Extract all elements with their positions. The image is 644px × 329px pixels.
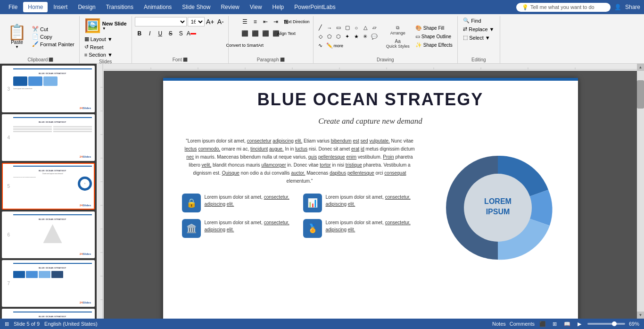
bullet-list-button[interactable]: ☰ bbox=[240, 17, 249, 26]
shape-effects-button[interactable]: ✨ Shape Effects bbox=[413, 42, 454, 49]
shape-hex[interactable]: ⬡ bbox=[334, 33, 343, 41]
menu-home[interactable]: Home bbox=[23, 2, 48, 12]
shape-callout[interactable]: 💬 bbox=[370, 33, 379, 41]
menu-pptools[interactable]: PowerPointLabs bbox=[289, 2, 340, 12]
quick-styles-button[interactable]: Aa Quick Styles bbox=[384, 38, 412, 50]
menu-transitions[interactable]: Transitions bbox=[101, 2, 138, 12]
slide-thumb-6[interactable]: 6 BLUE OCEAN STRATEGY 24Slides bbox=[2, 211, 95, 258]
shape-tri[interactable]: △ bbox=[361, 24, 370, 32]
underline-button[interactable]: U bbox=[156, 29, 165, 38]
font-family-select[interactable] bbox=[135, 17, 187, 26]
shape-freeform[interactable]: ✏️ bbox=[325, 42, 334, 50]
font-expand[interactable]: ⬛ bbox=[183, 58, 188, 62]
shape-circle[interactable]: ○ bbox=[352, 24, 361, 32]
shapes-panel: ╱ → ▭ ▢ ○ △ ▱ ◇ ⬠ ⬡ ✦ ★ ✳ 💬 ∿ ✏️ bbox=[316, 24, 382, 50]
menu-review[interactable]: Review bbox=[216, 2, 244, 12]
slide-thumb-3[interactable]: 3 BLUE OCEAN STRATEGY Lorem ipsum text c… bbox=[2, 66, 95, 112]
shape-line[interactable]: ╱ bbox=[316, 24, 325, 32]
slide-thumb-5[interactable]: 5 BLUE OCEAN STRATEGY Create and capture… bbox=[2, 163, 95, 210]
increase-indent-button[interactable]: ⇥ bbox=[271, 17, 281, 26]
shape-star5[interactable]: ★ bbox=[352, 33, 361, 41]
view-reading-button[interactable]: 📖 bbox=[563, 320, 571, 328]
section-button[interactable]: ≡ Section ▼ bbox=[83, 51, 129, 58]
copy-button[interactable]: 📄 Copy bbox=[30, 33, 76, 40]
shape-outline-button[interactable]: ▭ Shape Outline bbox=[413, 33, 454, 40]
slide-thumb-4[interactable]: 4 BLUE OCEAN STRATEGY bbox=[2, 114, 95, 161]
align-left-button[interactable]: ⬛ bbox=[240, 29, 249, 38]
slides-group: 🖼️ New Slide ▼ ▦ Layout ▼ ↺ Reset bbox=[80, 16, 132, 63]
new-slide-button[interactable]: 🖼️ New Slide ▼ bbox=[83, 17, 129, 34]
notes-button[interactable]: Notes bbox=[492, 321, 506, 327]
zoom-slider[interactable] bbox=[587, 323, 625, 325]
shape-bang[interactable]: ✳ bbox=[361, 33, 370, 41]
font-group: 16 A+ A- B I U S S A Font ⬛ bbox=[132, 16, 229, 63]
strikethrough-button[interactable]: S bbox=[166, 29, 175, 38]
align-right-button[interactable]: ⬛ bbox=[261, 29, 270, 38]
shape-fill-button[interactable]: 🎨 Shape Fill bbox=[413, 25, 454, 32]
slide-main-content: "Lorem ipsum dolor sit amet, consectetur… bbox=[163, 130, 578, 269]
increase-font-button[interactable]: A+ bbox=[206, 17, 215, 26]
layout-button[interactable]: ▦ Layout ▼ bbox=[83, 35, 129, 42]
menu-view[interactable]: View bbox=[245, 2, 267, 12]
italic-button[interactable]: I bbox=[145, 29, 155, 38]
menu-slideshow[interactable]: Slide Show bbox=[177, 2, 215, 12]
view-slideshow-button[interactable]: ▶ bbox=[575, 320, 584, 328]
shape-diamond[interactable]: ◇ bbox=[316, 33, 325, 41]
convert-smartart-button[interactable]: Convert to SmartArt bbox=[240, 41, 249, 50]
shape-star4[interactable]: ✦ bbox=[343, 33, 352, 41]
font-size-select[interactable]: 16 bbox=[188, 17, 205, 26]
menu-design[interactable]: Design bbox=[73, 2, 100, 12]
format-painter-button[interactable]: 🖌️ Format Painter bbox=[30, 41, 76, 48]
shape-pent[interactable]: ⬠ bbox=[325, 33, 334, 41]
slide-thumb-8[interactable]: 8 BLUE OCEAN STRATEGY 24Slides bbox=[2, 309, 95, 319]
icon-box-3: 🏛️ Lorem ipsum dolor sit amet, consectet… bbox=[182, 219, 297, 238]
canvas-scroll[interactable]: BLUE OCEAN STRATEGY Create and capture n… bbox=[104, 71, 637, 319]
clipboard-expand[interactable]: ⬛ bbox=[49, 58, 53, 62]
align-text-button[interactable]: Align Text bbox=[281, 29, 291, 38]
decrease-indent-button[interactable]: ⇤ bbox=[261, 17, 270, 26]
shape-more[interactable]: more bbox=[334, 42, 343, 50]
scroll-up-button[interactable]: ▲ bbox=[637, 64, 644, 71]
drawing-right-buttons: ⧉ Arrange Aa Quick Styles bbox=[384, 24, 412, 50]
text-shadow-button[interactable]: S bbox=[176, 29, 186, 38]
find-button[interactable]: 🔍 Find bbox=[461, 17, 496, 24]
comments-button[interactable]: Comments bbox=[510, 321, 535, 327]
bold-button[interactable]: B bbox=[135, 29, 144, 38]
shape-rect[interactable]: ▭ bbox=[334, 24, 343, 32]
tell-me-box[interactable]: 💡 Tell me what you want to do bbox=[516, 3, 611, 12]
select-button[interactable]: ⬚ Select ▼ bbox=[461, 34, 496, 41]
shape-para[interactable]: ▱ bbox=[370, 24, 379, 32]
arrange-button[interactable]: ⧉ Arrange bbox=[384, 24, 412, 36]
reset-button[interactable]: ↺ Reset bbox=[83, 43, 129, 51]
numbered-list-button[interactable]: ≡ bbox=[250, 17, 260, 26]
menu-insert[interactable]: Insert bbox=[49, 2, 72, 12]
cut-button[interactable]: ✂️ Cut bbox=[30, 25, 76, 33]
replace-button[interactable]: ⇄ Replace ▼ bbox=[461, 25, 496, 33]
right-scrollbar[interactable]: ▲ ▼ bbox=[637, 64, 644, 319]
scroll-track[interactable] bbox=[637, 71, 644, 312]
icon-boxes-grid: 🔒 Lorem ipsum dolor sit amet, consectetu… bbox=[177, 194, 422, 238]
view-normal-button[interactable]: ⬛ bbox=[538, 320, 547, 328]
para-row-3: Convert to SmartArt bbox=[240, 41, 301, 50]
share-button[interactable]: Share bbox=[625, 4, 640, 10]
shape-curve[interactable]: ∿ bbox=[316, 42, 325, 50]
scroll-down-button[interactable]: ▼ bbox=[637, 312, 644, 319]
scroll-thumb[interactable] bbox=[637, 80, 644, 109]
layout-icon: ▦ bbox=[84, 36, 89, 42]
clipboard-group: 📋 Paste ▼ ✂️ Cut 📄 Copy 🖌️ Forma bbox=[2, 16, 80, 63]
align-center-button[interactable]: ⬛ bbox=[250, 29, 260, 38]
paragraph-expand[interactable]: ⬛ bbox=[280, 58, 285, 62]
view-slide-sorter-button[interactable]: ⊞ bbox=[551, 320, 559, 328]
paragraph-label: Paragraph ⬛ bbox=[231, 57, 310, 62]
shape-rounded[interactable]: ▢ bbox=[343, 24, 352, 32]
font-color-button[interactable]: A bbox=[187, 29, 196, 38]
paste-button[interactable]: 📋 Paste ▼ bbox=[5, 24, 29, 50]
effects-icon: ✨ bbox=[415, 42, 422, 48]
menu-help[interactable]: Help bbox=[268, 2, 289, 12]
menu-animations[interactable]: Animations bbox=[139, 2, 176, 12]
decrease-font-button[interactable]: A- bbox=[216, 17, 225, 26]
text-direction-button[interactable]: Text Direction bbox=[292, 17, 301, 26]
slide-thumb-7[interactable]: 7 BLUE OCEAN STRATEGY 24Slides bbox=[2, 260, 95, 307]
menu-file[interactable]: File bbox=[4, 2, 22, 12]
shape-arrow[interactable]: → bbox=[325, 24, 334, 32]
